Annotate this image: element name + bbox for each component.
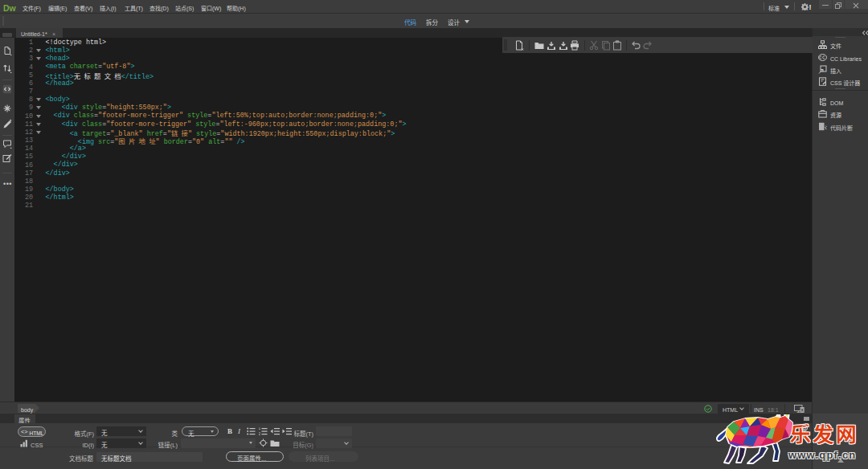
svg-text:1: 1 (259, 427, 261, 430)
svg-text:2: 2 (259, 432, 261, 435)
